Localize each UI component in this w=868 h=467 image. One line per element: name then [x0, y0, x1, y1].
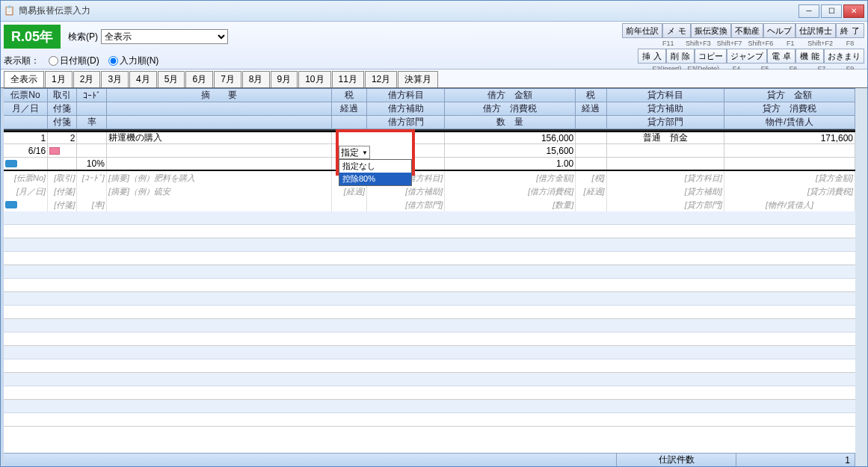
close-button[interactable]: ✕ [843, 4, 864, 18]
cell-tag[interactable] [48, 144, 77, 157]
app-icon: 📋 [4, 5, 16, 17]
search-label: 検索(P) [68, 31, 98, 43]
cell-dr-tax[interactable]: 15,600 [445, 144, 576, 157]
header-r3-drsub: 借方部門 [367, 116, 445, 129]
sort-input[interactable]: 入力順(N) [108, 55, 159, 67]
cell-trans[interactable]: 2 [48, 132, 77, 143]
header-r1-cramt: 貸方 金額 [724, 89, 855, 102]
header-r3-code: 率 [77, 116, 106, 129]
cell-code[interactable] [77, 132, 106, 143]
month-tab-12月[interactable]: 12月 [365, 71, 397, 87]
empty-row [4, 265, 855, 279]
empty-row [4, 359, 855, 373]
header-r1-crsub: 貸方科目 [607, 89, 724, 102]
toolbar-btn-5[interactable]: 機 能 [795, 49, 824, 64]
window-title: 簡易振替伝票入力 [19, 4, 798, 17]
title-bar: 📋 簡易振替伝票入力 ─ ☐ ✕ [1, 1, 867, 22]
toolbar-btn-6[interactable]: おきまり [824, 49, 864, 64]
month-tab-全表示[interactable]: 全表示 [4, 71, 44, 87]
month-tab-6月[interactable]: 6月 [185, 71, 213, 87]
entry-count-label: 仕訳件数 [617, 454, 736, 466]
month-tab-2月[interactable]: 2月 [73, 71, 101, 87]
header-r2-crsub: 貸方補助 [607, 102, 724, 116]
dropdown-option-none[interactable]: 指定なし [339, 160, 411, 173]
toolbar-btn-5: Shift+F2 [804, 39, 836, 48]
cell-qty[interactable]: 1.00 [445, 158, 576, 170]
header-r1-tax: 税 [332, 89, 367, 102]
empty-row [4, 400, 855, 413]
book-icon [5, 160, 17, 167]
entry-count: 1 [736, 454, 855, 466]
toolbar-btn-6[interactable]: 終 了 [836, 23, 864, 38]
month-tab-決算月[interactable]: 決算月 [398, 71, 438, 87]
header-r2-code [77, 102, 106, 116]
toolbar-btn-1[interactable]: 削 除 [666, 49, 695, 64]
header-r3-desc [107, 116, 332, 129]
empty-row [4, 292, 855, 306]
toolbar-btn-0[interactable]: 前年仕訳 [622, 23, 662, 38]
month-tab-8月[interactable]: 8月 [242, 71, 270, 87]
header-r2-drsub: 借方補助 [367, 102, 445, 116]
dropdown-option-80[interactable]: 控除80% [339, 173, 411, 185]
minimize-button[interactable]: ─ [798, 4, 819, 18]
sort-date[interactable]: 日付順(D) [49, 55, 99, 67]
header-r1-dramt: 借方 金額 [445, 89, 576, 102]
vertical-scrollbar[interactable]: ▲ ▼ [855, 88, 867, 453]
header-r3-slip [4, 116, 48, 129]
toolbar-btn-6: F8 [836, 39, 864, 48]
header-r3-tax2 [576, 116, 606, 129]
toolbar-btn-3: Shift+F6 [745, 39, 776, 48]
header-r2-desc [107, 102, 332, 116]
maximize-button[interactable]: ☐ [821, 4, 842, 18]
month-tab-3月[interactable]: 3月 [101, 71, 129, 87]
month-tab-9月[interactable]: 9月 [271, 71, 298, 87]
empty-row [4, 306, 855, 319]
cell-cr-subject[interactable]: 普通 預金 [607, 132, 724, 143]
toolbar-btn-2[interactable]: 振伝変換 [691, 23, 731, 38]
empty-row [4, 346, 855, 359]
header-r1-code: ｺｰﾄﾞ [77, 89, 106, 102]
dropdown-select[interactable]: 指定▼ [339, 146, 370, 159]
cell-cr-amount[interactable]: 171,600 [724, 132, 855, 143]
year-badge: R.05年 [4, 25, 61, 49]
toolbar-btn-5[interactable]: 仕訳博士 [795, 23, 836, 38]
toolbar-btn-1[interactable]: メ モ [662, 23, 691, 38]
empty-row [4, 413, 855, 427]
toolbar-btn-0[interactable]: 挿 入 [638, 49, 666, 64]
book-icon [5, 201, 17, 208]
month-tab-10月[interactable]: 10月 [298, 71, 330, 87]
month-tab-1月[interactable]: 1月 [45, 71, 73, 87]
cell-rate[interactable]: 10% [77, 158, 106, 170]
toolbar-btn-3[interactable]: 不動産 [731, 23, 763, 38]
cell-desc[interactable]: 耕運機の購入 [107, 132, 332, 143]
cell-dr-amount[interactable]: 156,000 [445, 132, 576, 143]
cell-slip-no[interactable]: 1 [4, 132, 48, 143]
toolbar-btn-2: Shift+F7 [714, 39, 745, 48]
header-r3-crsub: 貸方部門 [607, 116, 724, 129]
header-r2-cramt: 貸方 消費税 [724, 102, 855, 116]
cell-book[interactable] [4, 158, 48, 170]
month-tab-4月[interactable]: 4月 [129, 71, 157, 87]
month-tab-11月[interactable]: 11月 [332, 71, 364, 87]
header-r2-trans: 付箋 [48, 102, 77, 116]
elapsed-dropdown[interactable]: 指定▼ 指定なし 控除80% [336, 129, 415, 176]
cell-date[interactable]: 6/16 [4, 144, 48, 157]
status-bar: 仕訳件数 1 [4, 453, 855, 466]
header-r3-tax [332, 116, 367, 129]
toolbar-btn-3[interactable]: ジャンプ [727, 49, 767, 64]
empty-row [4, 333, 855, 346]
header-r3-cramt: 物件/賃借人 [724, 116, 855, 129]
search-select[interactable]: 全表示 [101, 29, 228, 44]
cell-tax2[interactable] [576, 132, 606, 143]
empty-row [4, 279, 855, 292]
toolbar-btn-2[interactable]: コピー [695, 49, 727, 64]
month-tab-7月[interactable]: 7月 [214, 71, 241, 87]
toolbar-btn-4[interactable]: 電 卓 [767, 49, 795, 64]
header-r1-slip: 伝票No [4, 89, 48, 102]
empty-row [4, 386, 855, 400]
month-tab-5月[interactable]: 5月 [158, 71, 185, 87]
header-r2-tax: 経過 [332, 102, 367, 116]
header-r2-tax2: 経過 [576, 102, 606, 116]
header-r1-tax2: 税 [576, 89, 606, 102]
toolbar-btn-4[interactable]: ヘルプ [763, 23, 795, 38]
